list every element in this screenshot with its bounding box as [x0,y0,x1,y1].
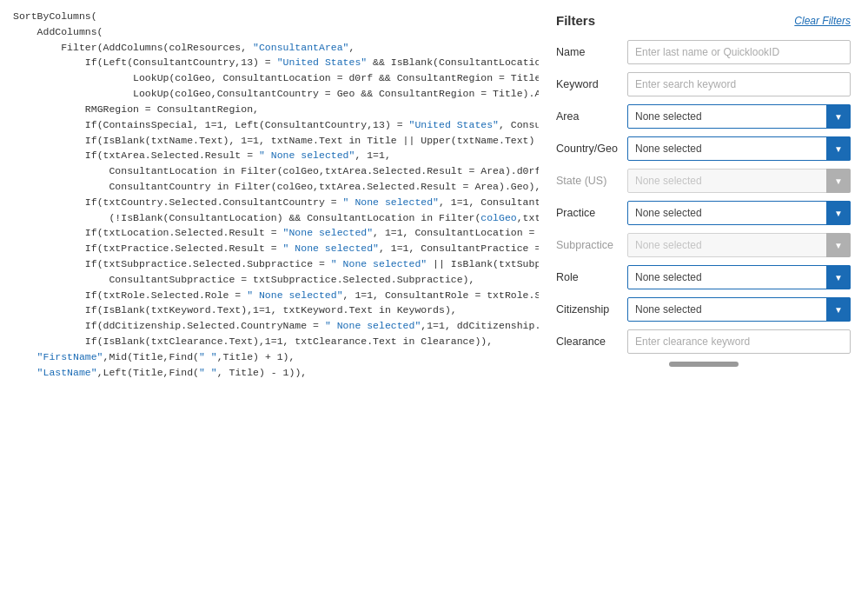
filter-row-area: Area None selected ▼ [556,104,851,129]
subpractice-label: Subpractice [556,239,627,251]
area-label: Area [556,110,627,123]
country-label: Country/Geo [556,143,627,155]
filter-row-citizenship: Citizenship None selected ▼ [556,297,851,322]
code-content: SortByColumns( AddColumns( Filter(AddCol… [13,9,526,381]
role-select[interactable]: None selected [627,265,851,289]
clear-filters-link[interactable]: Clear Filters [794,15,851,27]
filter-row-subpractice: Subpractice None selected ▼ [556,233,851,257]
role-label: Role [556,271,627,283]
filter-row-state: State (US) None selected ▼ [556,169,851,193]
filter-row-country: Country/Geo None selected ▼ [556,136,851,161]
filters-title: Filters [556,13,595,28]
keyword-input[interactable] [627,72,851,96]
area-select[interactable]: None selected [627,104,851,129]
keyword-label: Keyword [556,78,627,90]
state-select: None selected [627,169,851,193]
state-select-wrapper: None selected ▼ [627,169,851,193]
subpractice-select: None selected [627,233,851,257]
clearance-input[interactable] [627,329,851,354]
filters-panel: Filters Clear Filters Name Keyword Area … [538,0,868,598]
state-label: State (US) [556,175,627,187]
scroll-indicator [556,362,851,367]
citizenship-select-wrapper: None selected ▼ [627,297,851,322]
practice-select-wrapper: None selected ▼ [627,201,851,225]
role-select-wrapper: None selected ▼ [627,265,851,289]
code-panel: SortByColumns( AddColumns( Filter(AddCol… [0,0,539,598]
practice-select[interactable]: None selected [627,201,851,225]
clearance-label: Clearance [556,336,627,348]
practice-label: Practice [556,207,627,219]
filter-row-role: Role None selected ▼ [556,265,851,289]
country-select-wrapper: None selected ▼ [627,136,851,161]
filters-header: Filters Clear Filters [556,13,851,28]
citizenship-select[interactable]: None selected [627,297,851,322]
filter-row-name: Name [556,40,851,64]
filter-row-practice: Practice None selected ▼ [556,201,851,225]
name-input[interactable] [627,40,851,64]
scroll-bar [669,362,739,367]
area-select-wrapper: None selected ▼ [627,104,851,129]
name-label: Name [556,46,627,58]
citizenship-label: Citizenship [556,303,627,316]
country-select[interactable]: None selected [627,136,851,161]
subpractice-select-wrapper: None selected ▼ [627,233,851,257]
filter-row-clearance: Clearance [556,329,851,354]
filter-row-keyword: Keyword [556,72,851,96]
